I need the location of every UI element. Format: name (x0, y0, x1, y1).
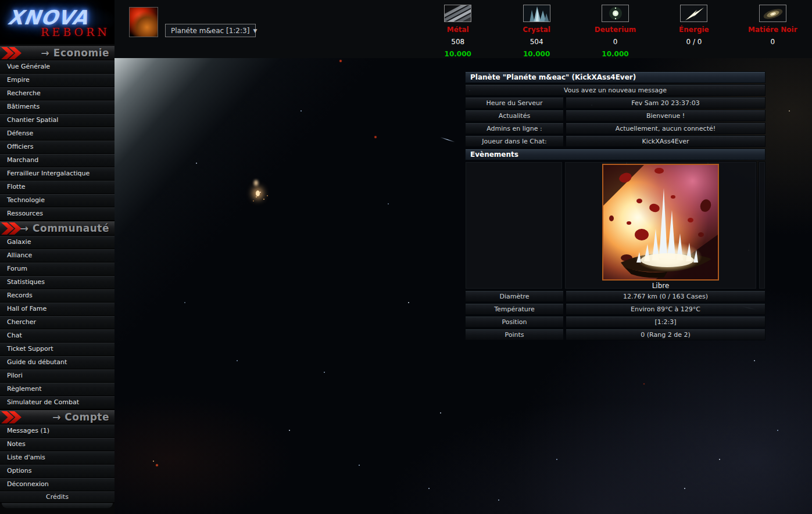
stat-label-points: Points (465, 329, 564, 340)
info-label-admins-online: Admins en ligne : (465, 123, 564, 134)
overview-panel: Planète "Planéte m&eac" (KickXAss4Ever) … (465, 71, 766, 340)
resource-energy: Énergie 0 / 0 (654, 5, 733, 58)
sidebar-item-simulateur-de-combat[interactable]: Simulateur de Combat (0, 396, 115, 409)
info-value-news: Bienvenue ! (566, 110, 766, 121)
dark-matter-icon (759, 5, 786, 22)
events-side-cell (759, 161, 766, 289)
sidebar-item-empire[interactable]: Empire (0, 74, 115, 87)
resource-capacity: 10.000 (418, 50, 497, 58)
sidebar-item-ticket-support[interactable]: Ticket Support (0, 343, 115, 356)
resource-value: 504 (497, 38, 575, 46)
resource-label: Deuterium (576, 26, 654, 34)
sidebar-item-defense[interactable]: Défense (0, 127, 115, 141)
resource-bar: Métal 508 10.000 Crystal 504 10.000 (418, 5, 812, 58)
sidebar-item-chantier-spatial[interactable]: Chantier Spatial (0, 114, 115, 127)
planet-status: Libre (652, 282, 670, 290)
sidebar-item-messages[interactable]: Messages (1) (0, 425, 115, 438)
sidebar-item-ressources[interactable]: Ressources (0, 207, 115, 221)
sidebar-item-alliance[interactable]: Alliance (0, 249, 115, 263)
sidebar: XNOVA REBORN → Economie Vue Générale Emp… (0, 0, 115, 514)
energy-icon (680, 5, 707, 22)
sidebar-item-forum[interactable]: Forum (0, 263, 115, 276)
sidebar-item-officiers[interactable]: Officiers (0, 141, 115, 154)
resource-deuterium: Deuterium 0 10.000 (576, 5, 654, 58)
sidebar-item-statistiques[interactable]: Statistiques (0, 276, 115, 289)
resource-label: Métal (418, 26, 497, 34)
resource-capacity: 10.000 (576, 50, 654, 58)
resource-label: Crystal (497, 26, 575, 34)
section-label: → Economie (41, 47, 109, 59)
resource-metal: Métal 508 10.000 (418, 5, 497, 58)
sidebar-item-pilori[interactable]: Pilori (0, 369, 115, 383)
info-label-server-time: Heure du Serveur (465, 97, 564, 109)
planet-overview-cell: Libre (564, 161, 757, 289)
stat-value-diameter: 12.767 km (0 / 163 Cases) (566, 290, 766, 302)
resource-value: 0 / 0 (654, 38, 733, 46)
star-field (115, 58, 116, 59)
sidebar-item-deconnexion[interactable]: Déconnexion (0, 478, 115, 491)
resource-value: 508 (418, 38, 497, 46)
stat-label-temperature: Température (465, 303, 564, 315)
sidebar-item-liste-damis[interactable]: Liste d'amis (0, 451, 115, 465)
info-value-admins-online: Actuellement, aucun connecté! (566, 123, 766, 134)
info-label-news: Actualités (465, 110, 564, 121)
sidebar-item-notes[interactable]: Notes (0, 438, 115, 451)
topbar: Planéte m&eac [1:2:3] ▼ (115, 0, 812, 58)
sidebar-item-marchand[interactable]: Marchand (0, 154, 115, 167)
sidebar-item-flotte[interactable]: Flotte (0, 181, 115, 194)
resource-label: Matiére Noir (734, 26, 812, 34)
logo[interactable]: XNOVA REBORN (0, 0, 115, 45)
sidebar-item-technologie[interactable]: Technologie (0, 194, 115, 207)
stat-value-temperature: Environ 89°C à 129°C (566, 303, 766, 315)
sidebar-item-hall-of-fame[interactable]: Hall of Fame (0, 303, 115, 316)
section-header-economie: → Economie (0, 45, 115, 60)
logo-subtitle: REBORN (41, 26, 110, 38)
section-label: → Compte (52, 411, 109, 423)
resource-label: Énergie (654, 26, 733, 34)
events-empty-cell (465, 161, 563, 289)
sidebar-item-ferrailleur[interactable]: Ferrailleur Intergalactique (0, 167, 115, 181)
stat-label-diameter: Diamètre (465, 290, 564, 302)
planet-select-value: Planéte m&eac [1:2:3] (171, 27, 249, 35)
section-header-communaute: → Communauté (0, 221, 115, 236)
sidebar-bottom-cap (2, 503, 113, 508)
new-message-link[interactable]: Vous avez un nouveau message (465, 84, 766, 96)
events-title: Evènements (465, 149, 766, 160)
sidebar-item-batiments[interactable]: Bâtiments (0, 100, 115, 114)
resource-value: 0 (576, 38, 654, 46)
stat-value-points: 0 (Rang 2 de 2) (566, 329, 766, 340)
sidebar-item-chat[interactable]: Chat (0, 329, 115, 343)
sidebar-item-chercher[interactable]: Chercher (0, 316, 115, 329)
crystal-icon (523, 5, 550, 22)
section-header-compte: → Compte (0, 409, 115, 425)
sidebar-item-guide-du-debutant[interactable]: Guide du débutant (0, 356, 115, 369)
info-value-server-time: Fev Sam 20 23:37:03 (566, 97, 766, 109)
sidebar-item-vue-generale[interactable]: Vue Générale (0, 60, 115, 74)
resource-capacity: 10.000 (497, 50, 575, 58)
sidebar-item-recherche[interactable]: Recherche (0, 87, 115, 100)
sidebar-item-reglement[interactable]: Règlement (0, 383, 115, 396)
metal-icon (444, 5, 471, 22)
info-value-chat-players: KickXAss4Ever (566, 135, 766, 147)
resource-dark-matter: Matiére Noir 0 (734, 5, 812, 58)
stat-label-position: Position (465, 316, 564, 328)
sidebar-item-options[interactable]: Options (0, 465, 115, 478)
resource-crystal: Crystal 504 10.000 (497, 5, 575, 58)
planet-select[interactable]: Planéte m&eac [1:2:3] ▼ (165, 24, 256, 37)
sidebar-item-galaxie[interactable]: Galaxie (0, 236, 115, 249)
stat-value-position: [1:2:3] (566, 316, 766, 328)
panel-title: Planète "Planéte m&eac" (KickXAss4Ever) (465, 71, 766, 83)
sidebar-item-credits[interactable]: Crédits (0, 491, 115, 503)
star-streak (440, 137, 455, 142)
info-label-chat-players: Joueur dans le Chat: (465, 135, 564, 147)
resource-value: 0 (734, 38, 812, 46)
planet-image (602, 164, 719, 281)
city-lights (256, 190, 260, 196)
chevron-down-icon: ▼ (253, 28, 257, 34)
deuterium-icon (602, 5, 629, 22)
sidebar-item-records[interactable]: Records (0, 289, 115, 303)
section-label: → Communauté (20, 222, 109, 234)
planet-thumbnail[interactable] (129, 7, 158, 37)
